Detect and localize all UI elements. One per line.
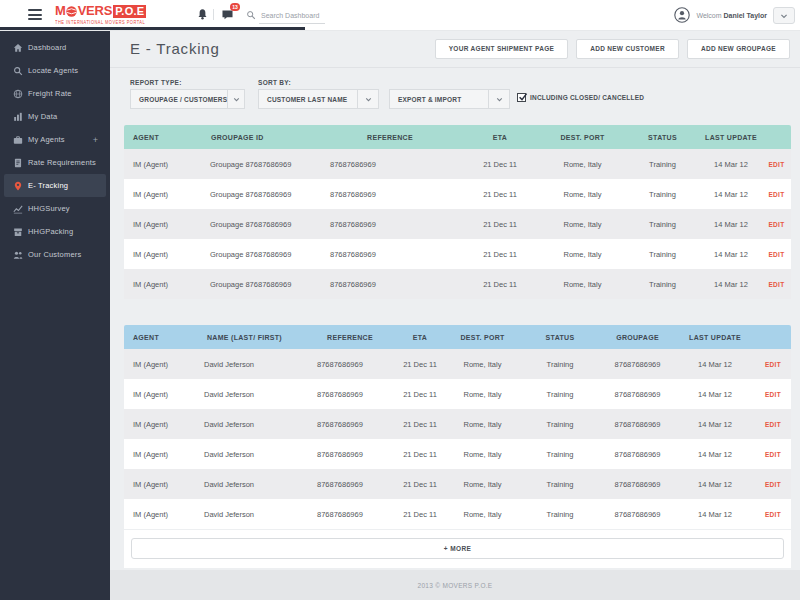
table-row: IM (Agent) David Jeferson 87687686969 21… [124,469,791,499]
edit-link[interactable]: EDIT [765,481,781,488]
table-row: IM (Agent) David Jeferson 87687686969 21… [124,379,791,409]
divider [213,9,214,20]
cell-dest-port: Rome, Italy [445,439,520,469]
file-text-icon [13,158,23,168]
edit-link[interactable]: EDIT [765,451,781,458]
cell-agent: IM (Agent) [124,349,195,379]
action-button[interactable]: ADD NEW GROUPAGE [687,39,790,59]
groupage-table-header: AGENTGROUPAGE IDREFERENCEETADEST. PORTST… [124,125,791,149]
bell-icon[interactable] [196,8,209,21]
cell-status: Training [520,499,600,529]
sidebar-item[interactable]: E- Tracking [4,174,106,197]
chevron-down-icon [357,90,378,108]
page-actions: YOUR AGENT SHIPMENT PAGE ADD NEW CUSTOME… [427,39,790,59]
users-icon [13,250,23,260]
sidebar-item-label: Rate Requirements [28,158,96,167]
chevron-down-icon [780,6,788,24]
edit-link[interactable]: EDIT [765,361,781,368]
logo-text: M [55,4,66,18]
cell-eta: 21 Dec 11 [395,499,445,529]
cell-reference: 87687686969 [305,439,395,469]
sidebar-item[interactable]: Dashboard [4,36,106,59]
sidebar-item-label: E- Tracking [28,181,68,190]
sidebar-item[interactable]: HHGSurvey [4,197,106,220]
more-bar: + MORE [124,530,791,568]
sidebar-item-label: Freight Rate [28,89,72,98]
cell-status: Training [520,349,600,379]
including-closed-checkbox[interactable]: INCLUDING CLOSED/ CANCELLED [517,93,644,102]
sidebar-item[interactable]: Our Customers [4,243,106,266]
edit-link[interactable]: EDIT [765,391,781,398]
cell-eta: 21 Dec 11 [460,269,540,299]
chevron-down-icon [488,90,509,108]
globe-icon [13,89,23,99]
user-menu-button[interactable] [773,7,795,24]
notification-badge: 13 [230,3,240,11]
column-header: REFERENCE [320,125,460,149]
cell-last-update: 14 Mar 12 [675,409,755,439]
column-header: DEST. PORT [540,125,625,149]
sort-by-label: SORT BY: [258,79,291,86]
column-header: NAME (LAST/ FIRST) [195,325,305,349]
edit-link[interactable]: EDIT [768,251,784,258]
sidebar-item[interactable]: My Data [4,105,106,128]
action-button[interactable]: ADD NEW CUSTOMER [576,39,679,59]
cell-eta: 21 Dec 11 [395,349,445,379]
logo[interactable]: M VERS P.O.E THE INTERNATIONAL MOVERS PO… [55,4,155,25]
footer: 2013 © MOVERS P.O.E [110,570,800,600]
cell-dest-port: Rome, Italy [540,179,625,209]
home-icon [13,43,23,53]
edit-link[interactable]: EDIT [768,161,784,168]
column-header: DEST. PORT [445,325,520,349]
sidebar-item[interactable]: HHGPacking [4,220,106,243]
cell-groupage: 87687686969 [600,409,675,439]
cell-name: David Jeferson [195,379,305,409]
cell-reference: 87687686969 [305,469,395,499]
sidebar-item-expand: + [93,135,106,145]
cell-eta: 21 Dec 11 [395,439,445,469]
cell-name: David Jeferson [195,349,305,379]
cell-reference: 87687686969 [320,179,460,209]
cell-last-update: 14 Mar 12 [675,349,755,379]
user-greeting: Welcom Daniel Taylor [696,12,767,19]
sidebar-item-label: Dashboard [28,43,67,52]
table-row: IM (Agent) Groupage 87687686969 87687686… [124,209,791,239]
customer-table: AGENTNAME (LAST/ FIRST)REFERENCEETADEST.… [124,325,791,529]
sidebar-item[interactable]: Rate Requirements [4,151,106,174]
search-input[interactable] [259,7,325,24]
cell-last-update: 14 Mar 12 [675,439,755,469]
sort-select-2[interactable]: EXPORT & IMPORT [389,89,510,109]
edit-link[interactable]: EDIT [768,191,784,198]
edit-link[interactable]: EDIT [765,421,781,428]
cell-status: Training [520,409,600,439]
action-button[interactable]: YOUR AGENT SHIPMENT PAGE [435,39,568,59]
menu-icon[interactable] [28,9,42,21]
cell-agent: IM (Agent) [124,149,201,179]
sidebar-item[interactable]: Freight Rate [4,82,106,105]
cell-agent: IM (Agent) [124,499,195,529]
sort-select-1[interactable]: CUSTOMER LAST NAME [258,89,379,109]
edit-link[interactable]: EDIT [768,281,784,288]
avatar[interactable] [674,7,690,23]
cell-reference: 87687686969 [320,239,460,269]
cell-status: Training [520,439,600,469]
checkbox[interactable] [517,93,526,102]
edit-link[interactable]: EDIT [768,221,784,228]
table-row: IM (Agent) Groupage 87687686969 87687686… [124,269,791,299]
cell-dest-port: Rome, Italy [445,499,520,529]
cell-dest-port: Rome, Italy [540,269,625,299]
more-button[interactable]: + MORE [131,538,784,559]
cell-reference: 87687686969 [305,499,395,529]
cell-last-update: 14 Mar 12 [675,469,755,499]
sidebar-item[interactable]: Locate Agents [4,59,106,82]
sidebar-item[interactable]: My Agents + [4,128,106,151]
cell-dest-port: Rome, Italy [445,469,520,499]
column-header: LAST UPDATE [700,125,762,149]
logo-tagline: THE INTERNATIONAL MOVERS PORTAL [55,20,143,25]
cell-eta: 21 Dec 11 [395,409,445,439]
edit-link[interactable]: EDIT [765,511,781,518]
report-type-select[interactable]: GROUPAGE / CUSTOMERS [130,89,245,109]
sidebar-item-label: Our Customers [28,250,81,259]
cell-eta: 21 Dec 11 [395,469,445,499]
cell-dest-port: Rome, Italy [540,239,625,269]
